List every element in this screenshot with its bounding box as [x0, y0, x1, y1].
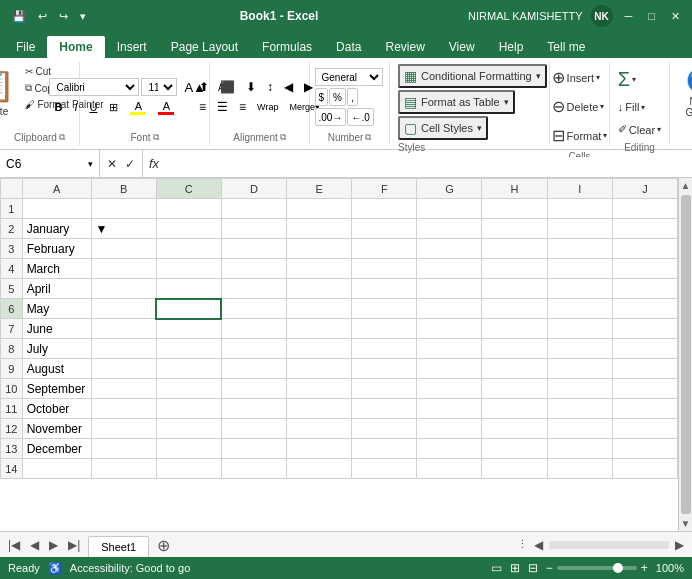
cell-E4[interactable] [287, 259, 352, 279]
cell-I2[interactable] [547, 219, 612, 239]
cell-E5[interactable] [287, 279, 352, 299]
cell-B7[interactable] [91, 319, 156, 339]
format-dropdown[interactable]: ▾ [603, 131, 607, 140]
cell-H13[interactable] [482, 439, 547, 459]
cell-A8[interactable]: July [22, 339, 91, 359]
cell-F2[interactable] [352, 219, 417, 239]
cell-E8[interactable] [287, 339, 352, 359]
conditional-formatting-button[interactable]: ▦ Conditional Formatting ▾ [398, 64, 547, 88]
cell-J11[interactable] [612, 399, 677, 419]
cell-H7[interactable] [482, 319, 547, 339]
font-color-button[interactable]: A [153, 98, 179, 116]
cell-A4[interactable]: March [22, 259, 91, 279]
cell-F14[interactable] [352, 459, 417, 479]
new-group-button[interactable]: 🔵 New Group [678, 64, 692, 122]
cell-H8[interactable] [482, 339, 547, 359]
add-sheet-button[interactable]: ⊕ [151, 536, 176, 555]
cell-I9[interactable] [547, 359, 612, 379]
cell-I8[interactable] [547, 339, 612, 359]
cell-H2[interactable] [482, 219, 547, 239]
cell-A9[interactable]: August [22, 359, 91, 379]
zoom-in-button[interactable]: + [641, 561, 648, 575]
cell-F6[interactable] [352, 299, 417, 319]
cell-G5[interactable] [417, 279, 482, 299]
cell-styles-dropdown[interactable]: ▾ [477, 123, 482, 133]
cell-B5[interactable] [91, 279, 156, 299]
save-button[interactable]: 💾 [8, 8, 30, 25]
sheet-tab-sheet1[interactable]: Sheet1 [88, 536, 149, 557]
right-align-button[interactable]: ≡ [234, 98, 251, 116]
fill-button[interactable]: ↓ Fill ▾ [612, 97, 652, 117]
cell-E11[interactable] [287, 399, 352, 419]
cell-styles-button[interactable]: ▢ Cell Styles ▾ [398, 116, 488, 140]
cell-A7[interactable]: June [22, 319, 91, 339]
name-box-dropdown[interactable]: ▾ [88, 159, 93, 169]
cell-H10[interactable] [482, 379, 547, 399]
cell-G8[interactable] [417, 339, 482, 359]
cell-F10[interactable] [352, 379, 417, 399]
cell-D6[interactable] [221, 299, 286, 319]
cell-E3[interactable] [287, 239, 352, 259]
tab-home[interactable]: Home [47, 36, 104, 58]
cell-G7[interactable] [417, 319, 482, 339]
cell-D4[interactable] [221, 259, 286, 279]
cell-B6[interactable] [91, 299, 156, 319]
cell-A13[interactable]: December [22, 439, 91, 459]
name-box[interactable]: C6 ▾ [0, 150, 100, 177]
cell-D5[interactable] [221, 279, 286, 299]
cell-C10[interactable] [156, 379, 221, 399]
formula-input[interactable] [165, 157, 692, 171]
cell-J7[interactable] [612, 319, 677, 339]
scroll-down-arrow[interactable]: ▼ [679, 516, 692, 531]
h-scroll-left[interactable]: ◀ [530, 536, 547, 554]
clipboard-dialog-button[interactable]: ⧉ [59, 132, 65, 143]
tab-review[interactable]: Review [373, 36, 436, 58]
h-scroll-right[interactable]: ▶ [671, 536, 688, 554]
minimize-button[interactable]: ─ [621, 8, 637, 24]
font-dialog-button[interactable]: ⧉ [153, 132, 159, 143]
indent-decrease-button[interactable]: ◀ [279, 78, 298, 96]
cell-G2[interactable] [417, 219, 482, 239]
format-as-table-button[interactable]: ▤ Format as Table ▾ [398, 90, 515, 114]
cell-A11[interactable]: October [22, 399, 91, 419]
cell-I14[interactable] [547, 459, 612, 479]
cell-F13[interactable] [352, 439, 417, 459]
scroll-thumb[interactable] [681, 195, 691, 514]
decimal-inc-button[interactable]: .00→ [315, 108, 347, 126]
cell-J10[interactable] [612, 379, 677, 399]
cell-A12[interactable]: November [22, 419, 91, 439]
cell-I1[interactable] [547, 199, 612, 219]
font-size-select[interactable]: 11 [141, 78, 177, 96]
cond-fmt-dropdown[interactable]: ▾ [536, 71, 541, 81]
cell-C14[interactable] [156, 459, 221, 479]
cell-H12[interactable] [482, 419, 547, 439]
cell-H1[interactable] [482, 199, 547, 219]
cell-I3[interactable] [547, 239, 612, 259]
autosum-dropdown[interactable]: ▾ [632, 75, 636, 84]
autosum-button[interactable]: Σ ▾ [612, 64, 642, 95]
cell-C9[interactable] [156, 359, 221, 379]
cell-D2[interactable] [221, 219, 286, 239]
cell-J12[interactable] [612, 419, 677, 439]
delete-dropdown[interactable]: ▾ [600, 102, 604, 111]
cell-F4[interactable] [352, 259, 417, 279]
cell-A6[interactable]: May [22, 299, 91, 319]
cell-J13[interactable] [612, 439, 677, 459]
insert-dropdown[interactable]: ▾ [596, 73, 600, 82]
format-button[interactable]: ⊟ Format ▾ [546, 122, 614, 149]
currency-button[interactable]: $ [315, 88, 329, 106]
cell-C1[interactable] [156, 199, 221, 219]
cell-D3[interactable] [221, 239, 286, 259]
cell-B9[interactable] [91, 359, 156, 379]
cell-A10[interactable]: September [22, 379, 91, 399]
cell-E9[interactable] [287, 359, 352, 379]
cell-I6[interactable] [547, 299, 612, 319]
alignment-dialog-button[interactable]: ⧉ [280, 132, 286, 143]
sheet-nav-first[interactable]: |◀ [4, 536, 24, 554]
cell-B10[interactable] [91, 379, 156, 399]
cell-J9[interactable] [612, 359, 677, 379]
cell-C13[interactable] [156, 439, 221, 459]
cell-I10[interactable] [547, 379, 612, 399]
cell-D11[interactable] [221, 399, 286, 419]
clear-button[interactable]: ✐ Clear ▾ [612, 119, 667, 140]
